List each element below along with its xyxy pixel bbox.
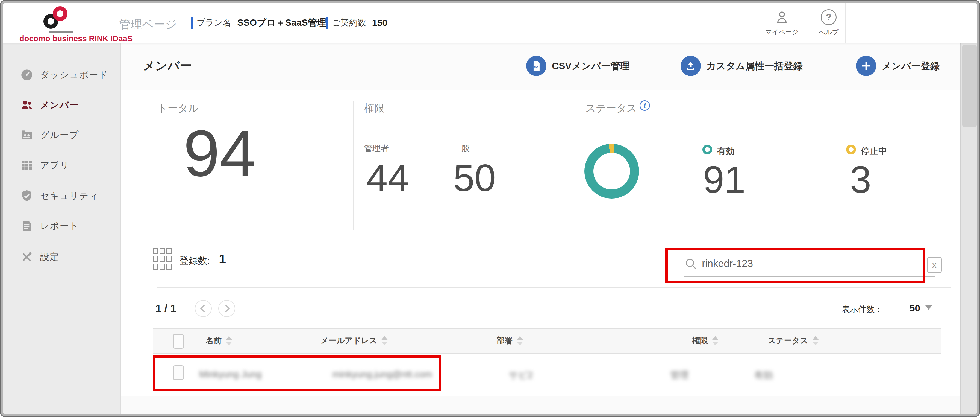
- sidebar-item-dashboard[interactable]: ダッシュボード: [3, 65, 121, 85]
- member-register-button[interactable]: メンバー登録: [856, 56, 940, 76]
- action-label: メンバー登録: [881, 60, 940, 72]
- page-size-value[interactable]: 50: [910, 303, 920, 314]
- active-legend-icon: [702, 145, 712, 155]
- suspended-value: 3: [850, 160, 871, 199]
- prev-page-button[interactable]: [195, 300, 212, 317]
- admin-value: 44: [366, 159, 409, 197]
- chevron-left-icon: [200, 305, 208, 312]
- sidebar-item-label: アプリ: [40, 159, 69, 171]
- plan-value: SSOプロ＋SaaS管理: [237, 16, 326, 29]
- plan-group: プラン名 SSOプロ＋SaaS管理: [191, 16, 326, 29]
- sort-icons: [226, 336, 232, 345]
- status-donut-hole: [593, 153, 630, 190]
- table-row[interactable]: [153, 353, 941, 394]
- permission-label: 権限: [364, 101, 384, 115]
- select-all-checkbox[interactable]: [173, 334, 184, 348]
- sidebar-item-settings[interactable]: 設定: [3, 247, 121, 267]
- contract-accent-bar: [326, 17, 328, 29]
- sort-icons: [517, 336, 523, 345]
- contract-value: 150: [372, 18, 388, 28]
- mypage-button[interactable]: マイページ: [752, 3, 812, 43]
- column-header-email[interactable]: メールアドレス: [320, 335, 387, 346]
- groups-icon: [20, 128, 33, 142]
- action-label: CSVメンバー管理: [552, 60, 630, 72]
- sidebar-item-label: セキュリティ: [40, 190, 99, 202]
- reports-icon: [20, 219, 33, 233]
- sidebar-item-label: レポート: [40, 220, 79, 232]
- help-button[interactable]: ? ヘルプ: [812, 3, 846, 43]
- contract-group: ご契約数 150: [326, 16, 387, 29]
- brand-logo: docomo business RINK IDaaS: [19, 3, 112, 43]
- brand-text: docomo business RINK IDaaS: [19, 34, 132, 43]
- vertical-scrollbar-thumb[interactable]: [962, 45, 977, 127]
- status-donut-chart: [584, 144, 639, 198]
- brand-ring-red: [53, 6, 67, 21]
- plan-label: プラン名: [197, 17, 231, 29]
- total-label: トータル: [158, 101, 199, 115]
- vertical-scrollbar-track[interactable]: [960, 43, 977, 414]
- next-page-button[interactable]: [218, 300, 235, 317]
- custom-attribute-bulk-register-button[interactable]: カスタム属性一括登録: [681, 56, 803, 76]
- security-icon: [20, 189, 33, 203]
- row-checkbox[interactable]: [173, 365, 184, 380]
- app-window: docomo business RINK IDaaS 管理ページ プラン名 SS…: [3, 3, 977, 414]
- help-label: ヘルプ: [819, 28, 839, 37]
- search-underline: [684, 276, 935, 277]
- page-size-label: 表示件数：: [842, 304, 883, 315]
- screenshot-frame: docomo business RINK IDaaS 管理ページ プラン名 SS…: [0, 0, 980, 417]
- sidebar-item-groups[interactable]: グループ: [3, 125, 121, 145]
- clear-search-button[interactable]: x: [927, 257, 942, 273]
- search-input-value: rinkedr-123: [702, 258, 753, 269]
- sidebar-nav: ダッシュボード メンバー グループ: [3, 43, 121, 414]
- contract-label: ご契約数: [332, 17, 366, 29]
- search-icon: [684, 257, 698, 271]
- column-header-status[interactable]: ステータス: [768, 335, 819, 346]
- upload-icon: [681, 56, 701, 76]
- column-header-permission[interactable]: 権限: [692, 335, 718, 346]
- general-label: 一般: [453, 143, 469, 154]
- stats-divider-2: [574, 101, 575, 230]
- mypage-label: マイページ: [765, 28, 799, 36]
- plan-accent-bar: [191, 17, 193, 29]
- grid-view-icon[interactable]: [153, 248, 172, 270]
- status-info-icon[interactable]: i: [640, 101, 650, 111]
- active-label: 有効: [717, 145, 735, 157]
- settings-icon: [20, 250, 33, 264]
- column-header-name[interactable]: 名前: [206, 335, 232, 346]
- help-icon: ?: [821, 9, 837, 25]
- general-value: 50: [453, 159, 496, 197]
- clear-search-icon: x: [932, 260, 937, 270]
- sidebar-item-reports[interactable]: レポート: [3, 216, 121, 236]
- sidebar-item-label: 設定: [40, 251, 59, 263]
- chevron-down-icon[interactable]: [925, 305, 932, 310]
- row-cell-email: minkyung.jung@ntt.com: [332, 369, 432, 380]
- csv-member-management-button[interactable]: CSV CSVメンバー管理: [526, 56, 630, 76]
- sort-icons: [712, 336, 718, 345]
- row-cell-status: 有効: [754, 369, 773, 382]
- members-icon: [20, 98, 33, 112]
- top-header: docomo business RINK IDaaS 管理ページ プラン名 SS…: [3, 3, 977, 43]
- sidebar-item-apps[interactable]: アプリ: [3, 155, 121, 175]
- svg-text:CSV: CSV: [535, 66, 538, 68]
- status-label: ステータス: [585, 101, 637, 115]
- table-header-row: [153, 328, 941, 353]
- brand-underline: [49, 31, 73, 32]
- csv-file-icon: CSV: [526, 56, 546, 76]
- suspended-legend-icon: [846, 145, 856, 155]
- apps-icon: [20, 158, 33, 172]
- sidebar-item-members[interactable]: メンバー: [3, 95, 121, 115]
- sidebar-item-label: グループ: [40, 129, 79, 141]
- sidebar-item-label: ダッシュボード: [40, 69, 108, 81]
- row-cell-name: Minkyung Jung: [199, 369, 262, 380]
- registered-count-value: 1: [219, 251, 226, 266]
- column-header-department[interactable]: 部署: [497, 335, 523, 346]
- sort-icons: [382, 336, 388, 345]
- active-value: 91: [703, 160, 746, 199]
- table-footer-strip: [121, 396, 960, 414]
- user-icon: [774, 10, 789, 25]
- sidebar-item-security[interactable]: セキュリティ: [3, 186, 121, 206]
- registered-count-label: 登録数:: [179, 254, 210, 267]
- search-field[interactable]: rinkedr-123: [681, 252, 935, 279]
- admin-label: 管理者: [364, 143, 389, 154]
- action-label: カスタム属性一括登録: [706, 60, 803, 72]
